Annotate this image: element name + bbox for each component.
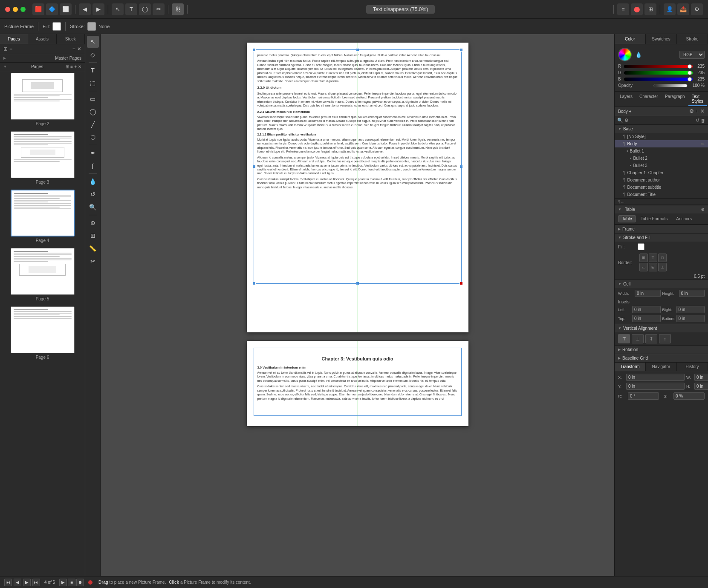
page-item-2[interactable]: Page 2 <box>2 73 83 126</box>
style-chapter[interactable]: ¶ Chapter 1: Chapter <box>615 169 708 176</box>
style-body[interactable]: ¶ Body ≫ <box>615 140 708 147</box>
view-icon[interactable]: ⊞ <box>644 3 656 15</box>
valign-top-btn[interactable]: ⊤ <box>618 334 630 343</box>
valign-middle-btn[interactable]: ⊥ <box>632 334 644 343</box>
app-icon-circle[interactable]: ⬜ <box>60 3 72 15</box>
handle-bm[interactable] <box>356 282 359 285</box>
master-pages-label[interactable]: Master Pages <box>55 56 81 61</box>
tab-assets[interactable]: Assets <box>28 34 56 44</box>
tool-pointer-icon[interactable]: ↖ <box>112 3 124 15</box>
handle-mr[interactable] <box>459 165 463 168</box>
inset-bottom-input[interactable] <box>676 315 705 322</box>
fill-swatch[interactable] <box>638 243 644 250</box>
inset-top-input[interactable] <box>632 315 661 322</box>
tf-s-input[interactable] <box>673 392 705 400</box>
nav-forward-icon[interactable]: ▶ <box>92 3 104 15</box>
slider-b[interactable] <box>624 78 693 81</box>
slider-r[interactable] <box>624 65 693 68</box>
tab-layers[interactable]: Layers <box>616 92 636 106</box>
handle-ml[interactable] <box>252 165 256 168</box>
valign-bottom-btn[interactable]: ↧ <box>645 334 657 343</box>
link-icon[interactable]: ⛓ <box>172 3 184 15</box>
cell-header[interactable]: ▼ Cell <box>615 280 708 288</box>
tool-pen[interactable]: ✒ <box>87 147 99 159</box>
page-item-5[interactable]: Page 5 <box>2 248 83 301</box>
style-doc-author[interactable]: ¶ Document author <box>615 176 708 184</box>
tab-paragraph[interactable]: Paragraph <box>662 92 688 106</box>
style-bullet2[interactable]: • Bullet 2 <box>615 155 708 162</box>
valign-justify-btn[interactable]: ↕ <box>659 334 671 343</box>
border-bottom[interactable]: ⊥ <box>658 263 667 271</box>
styles-trash-icon[interactable]: 🗑 <box>701 118 705 123</box>
style-no-style[interactable]: ¶ [No Style] <box>615 133 708 140</box>
tool-bezier[interactable]: ∫ <box>87 160 99 172</box>
handle-bl[interactable] <box>252 282 256 285</box>
tool-text-icon[interactable]: T <box>125 3 137 15</box>
tool-grid[interactable]: ⊞ <box>87 230 99 242</box>
table-tab-anchors[interactable]: Anchors <box>672 215 696 222</box>
tab-text-styles[interactable]: Text Styles <box>688 92 707 106</box>
nav-last-btn[interactable]: ⏭ <box>32 579 40 586</box>
panel-add-icon[interactable]: + <box>72 46 75 52</box>
tool-node[interactable]: ◇ <box>87 49 99 61</box>
inset-right-input[interactable] <box>676 306 705 313</box>
tf-r-input[interactable] <box>628 392 659 400</box>
tool-link-text[interactable]: ⊕ <box>87 217 99 229</box>
user-icon[interactable]: 👤 <box>664 3 676 15</box>
cell-height-input[interactable] <box>679 290 705 297</box>
tool-rotate[interactable]: ↺ <box>87 188 99 200</box>
settings-icon[interactable]: ⚙ <box>691 3 703 15</box>
slider-r-thumb[interactable] <box>688 64 692 69</box>
tab-stock[interactable]: Stock <box>57 34 85 44</box>
transform-tab-navigator[interactable]: Navigator <box>646 363 677 371</box>
handle-tl[interactable] <box>252 48 256 52</box>
panel-list-icon[interactable]: ≡ <box>9 46 12 52</box>
tool-picture[interactable]: ⬚ <box>87 77 99 89</box>
styles-delete-icon[interactable]: ✕ <box>700 108 705 114</box>
color-btn-icon[interactable]: ⬤ <box>631 3 643 15</box>
text-frame-lower[interactable]: Chapter 3: Vestibulum quis odio 3.0 Vest… <box>254 348 462 416</box>
handle-tr[interactable] <box>459 48 463 52</box>
style-doc-title[interactable]: ¶ Document Title <box>615 191 708 198</box>
inset-left-input[interactable] <box>632 306 661 313</box>
tool-ellipse[interactable]: ◯ <box>87 106 99 118</box>
pages-add-icon[interactable]: + <box>74 64 77 69</box>
nav-back-icon[interactable]: ◀ <box>79 3 91 15</box>
baseline-header[interactable]: ▶ Baseline Grid <box>615 354 708 362</box>
nav-prev-btn[interactable]: ◀ <box>14 579 21 586</box>
fill-color-swatch[interactable] <box>52 22 61 31</box>
stroke-color-swatch[interactable] <box>87 22 96 31</box>
tool-eyedropper[interactable]: 💧 <box>87 176 99 187</box>
slider-b-thumb[interactable] <box>688 77 692 81</box>
tool-line[interactable]: ╱ <box>87 118 99 130</box>
styles-section-base-header[interactable]: ▼ Base <box>615 125 708 133</box>
handle-tm[interactable] <box>356 48 359 52</box>
tool-text[interactable]: T <box>87 64 99 76</box>
border-none[interactable]: □ <box>658 254 667 262</box>
app-icon-blue[interactable]: 🔷 <box>46 3 58 15</box>
play-btn[interactable]: ▶ <box>59 579 67 586</box>
nav-first-btn[interactable]: ⏮ <box>4 579 12 586</box>
canvas-area[interactable]: posuere metus pharetra. Quisque elementu… <box>101 34 614 576</box>
table-tab-formats[interactable]: Table Formats <box>637 215 671 222</box>
record-btn[interactable]: ⏺ <box>76 579 84 586</box>
app-icon-red[interactable]: 🟥 <box>32 3 44 15</box>
styles-add-icon[interactable]: + <box>696 108 699 114</box>
styles-filter-icon[interactable]: ⚙ <box>624 118 629 123</box>
table-tab-table[interactable]: Table <box>618 215 636 222</box>
align-left-icon[interactable]: ≡ <box>617 3 629 15</box>
nav-next-btn[interactable]: ▶ <box>23 579 31 586</box>
tf-x-input[interactable] <box>626 374 685 381</box>
cell-width-input[interactable] <box>635 290 661 297</box>
color-mode-select[interactable]: RGB CMYK HSB <box>679 51 705 59</box>
valign-header[interactable]: ▼ Vertical Alignment <box>615 324 708 332</box>
text-frame-upper[interactable]: posuere metus pharetra. Quisque elementu… <box>254 49 462 284</box>
tool-rect[interactable]: ▭ <box>87 93 99 105</box>
tool-scissors[interactable]: ✂ <box>87 255 99 267</box>
slider-g[interactable] <box>624 71 693 75</box>
fullscreen-button[interactable] <box>20 7 26 12</box>
minimize-button[interactable] <box>13 7 18 12</box>
tab-pages[interactable]: Pages <box>0 34 28 44</box>
tool-arrow[interactable]: ↖ <box>87 36 99 48</box>
tab-character[interactable]: Character <box>636 92 662 106</box>
